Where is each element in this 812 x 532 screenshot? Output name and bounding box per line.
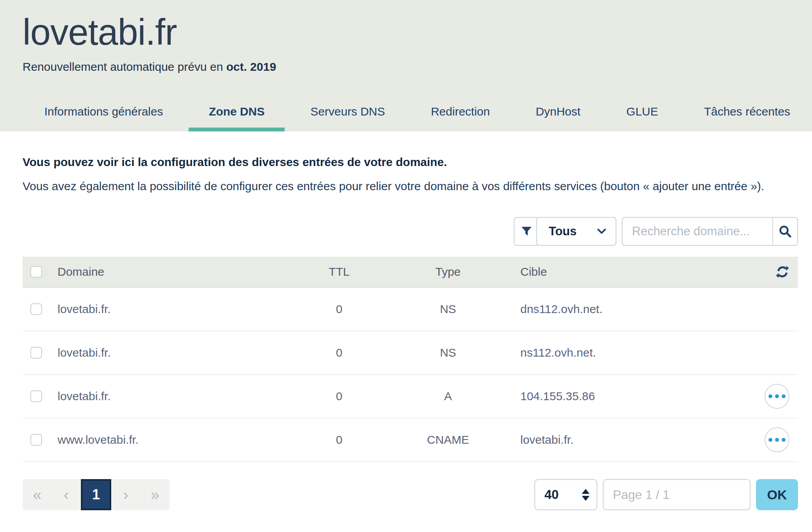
record-domain: lovetabi.fr. xyxy=(47,346,296,359)
page-size-stepper[interactable] xyxy=(534,479,597,510)
ok-button[interactable]: OK xyxy=(756,479,798,510)
table-row: www.lovetabi.fr. 0 CNAME lovetabi.fr. xyxy=(23,418,798,462)
filter-button[interactable] xyxy=(514,217,539,246)
pagination-row: « ‹ 1 › » OK xyxy=(23,479,798,510)
record-ttl: 0 xyxy=(296,433,382,446)
stepper-up-icon[interactable] xyxy=(582,489,590,494)
table-row: lovetabi.fr. 0 NS ns112.ovh.net. xyxy=(23,331,798,375)
select-all-checkbox[interactable] xyxy=(30,266,42,278)
magnifier-icon xyxy=(778,224,792,238)
table-row: lovetabi.fr. 0 A 104.155.35.86 xyxy=(23,375,798,418)
zone-dns-panel: Vous pouvez voir ici la configuration de… xyxy=(0,131,812,510)
type-filter-select[interactable]: Tous xyxy=(536,217,616,246)
row-actions-button[interactable] xyxy=(765,384,789,409)
table-row: lovetabi.fr. 0 NS dns112.ovh.net. xyxy=(23,288,798,331)
record-target: ns112.ovh.net. xyxy=(514,346,732,359)
last-page-button[interactable]: » xyxy=(140,479,170,510)
domain-header: lovetabi.fr Renouvellement automatique p… xyxy=(0,0,812,131)
refresh-icon xyxy=(775,265,789,279)
column-header-type: Type xyxy=(382,265,514,278)
row-checkbox[interactable] xyxy=(30,303,42,315)
record-ttl: 0 xyxy=(296,346,382,359)
row-checkbox[interactable] xyxy=(30,390,42,402)
column-header-domain: Domaine xyxy=(47,265,296,278)
record-type: CNAME xyxy=(382,433,514,446)
tab-dynhost[interactable]: DynHost xyxy=(516,96,601,131)
record-target: dns112.ovh.net. xyxy=(514,303,732,316)
previous-page-button[interactable]: ‹ xyxy=(52,479,81,510)
record-ttl: 0 xyxy=(296,303,382,316)
record-domain: lovetabi.fr. xyxy=(47,390,296,403)
funnel-icon xyxy=(521,226,532,237)
pager: « ‹ 1 › » xyxy=(23,479,170,510)
chevron-down-icon xyxy=(597,228,606,234)
row-checkbox[interactable] xyxy=(30,347,42,359)
ellipsis-icon xyxy=(768,438,786,442)
search-input[interactable] xyxy=(623,218,772,245)
first-page-button[interactable]: « xyxy=(23,479,52,510)
record-domain: www.lovetabi.fr. xyxy=(47,433,296,446)
tab-taches-recentes[interactable]: Tâches récentes xyxy=(684,96,810,131)
row-actions-button[interactable] xyxy=(765,427,789,452)
refresh-button[interactable] xyxy=(775,265,789,279)
row-checkbox[interactable] xyxy=(30,434,42,446)
tab-informations-generales[interactable]: Informations générales xyxy=(24,96,183,131)
stepper-arrows-icon[interactable] xyxy=(582,489,590,501)
page-controls: OK xyxy=(534,479,798,510)
type-filter-group: Tous xyxy=(514,217,616,246)
column-header-cible: Cible xyxy=(514,265,732,278)
tab-redirection[interactable]: Redirection xyxy=(411,96,510,131)
tab-bar: Informations générales Zone DNS Serveurs… xyxy=(0,96,812,131)
renewal-subtitle-text: Renouvellement automatique prévu en xyxy=(23,60,226,73)
column-header-ttl: TTL xyxy=(296,265,382,278)
dns-records-table: Domaine TTL Type Cible xyxy=(23,257,798,462)
type-filter-value: Tous xyxy=(549,224,577,238)
page-number-input[interactable] xyxy=(603,479,751,510)
page-size-value[interactable] xyxy=(544,487,572,502)
search-group xyxy=(622,217,798,246)
ellipsis-icon xyxy=(768,394,786,398)
stepper-down-icon[interactable] xyxy=(582,496,590,501)
table-header-row: Domaine TTL Type Cible xyxy=(23,257,798,288)
record-ttl: 0 xyxy=(296,390,382,403)
record-target: lovetabi.fr. xyxy=(514,433,732,446)
tab-zone-dns[interactable]: Zone DNS xyxy=(189,96,285,131)
intro-bold-text: Vous pouvez voir ici la configuration de… xyxy=(23,156,798,169)
search-button[interactable] xyxy=(772,218,797,245)
record-domain: lovetabi.fr. xyxy=(47,303,296,316)
record-target: 104.155.35.86 xyxy=(514,390,732,403)
renewal-date: oct. 2019 xyxy=(226,60,276,73)
filter-row: Tous xyxy=(23,217,798,246)
record-type: A xyxy=(382,390,514,403)
page-title: lovetabi.fr xyxy=(0,0,812,52)
current-page-indicator[interactable]: 1 xyxy=(81,479,111,510)
tab-glue[interactable]: GLUE xyxy=(606,96,679,131)
intro-body-text: Vous avez également la possibilité de co… xyxy=(23,180,798,193)
renewal-subtitle: Renouvellement automatique prévu en oct.… xyxy=(0,60,812,74)
next-page-button[interactable]: › xyxy=(111,479,140,510)
tab-serveurs-dns[interactable]: Serveurs DNS xyxy=(290,96,405,131)
record-type: NS xyxy=(382,346,514,359)
record-type: NS xyxy=(382,303,514,316)
